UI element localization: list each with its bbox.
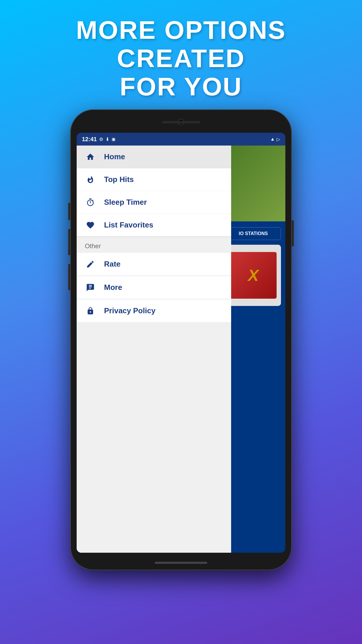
wifi-icon: ▲ bbox=[270, 136, 275, 142]
power-button bbox=[292, 220, 294, 246]
menu-item-list-favorites[interactable]: List Favorites bbox=[77, 214, 231, 237]
heart-icon bbox=[85, 220, 96, 231]
menu-item-privacy-policy[interactable]: Privacy Policy bbox=[77, 300, 231, 322]
time-display: 12:41 bbox=[82, 136, 97, 143]
sleep-timer-label: Sleep Timer bbox=[104, 198, 147, 207]
menu-item-more[interactable]: More bbox=[77, 276, 231, 299]
rate-label: Rate bbox=[104, 260, 120, 269]
menu-item-home[interactable]: Home bbox=[77, 146, 231, 168]
status-bar: 12:41 ⚙ ⬇ ▣ ▲ ▷ bbox=[77, 133, 285, 146]
menu-item-top-hits[interactable]: Top Hits bbox=[77, 168, 231, 191]
other-section: Other Rate bbox=[77, 237, 231, 553]
list-favorites-label: List Favorites bbox=[104, 220, 153, 230]
mute-button bbox=[68, 264, 70, 290]
other-section-header: Other bbox=[77, 237, 231, 253]
privacy-policy-label: Privacy Policy bbox=[104, 306, 155, 315]
speaker-grill bbox=[162, 121, 200, 123]
home-indicator bbox=[155, 562, 207, 564]
flame-icon bbox=[85, 174, 96, 185]
navigation-drawer: Home Top Hits bbox=[77, 146, 231, 553]
menu-item-rate[interactable]: Rate bbox=[77, 253, 231, 276]
vol-up-button bbox=[68, 203, 70, 220]
radio-stations-button[interactable]: IO STATIONS bbox=[226, 227, 281, 240]
vol-down-button bbox=[68, 229, 70, 255]
station-card: X bbox=[226, 245, 281, 306]
page-title: MORE OPTIONS CREATED FOR YOU bbox=[0, 0, 362, 109]
settings-icon: ⚙ bbox=[99, 136, 103, 142]
rate-icon bbox=[85, 259, 96, 270]
top-hits-label: Top Hits bbox=[104, 175, 134, 184]
more-label: More bbox=[104, 283, 122, 292]
download-icon: ⬇ bbox=[106, 136, 109, 142]
signal-icon: ▷ bbox=[277, 136, 280, 142]
sim-icon: ▣ bbox=[112, 137, 115, 141]
menu-items-list: Home Top Hits bbox=[77, 146, 231, 237]
lock-icon bbox=[85, 305, 96, 316]
timer-icon bbox=[85, 197, 96, 208]
menu-item-sleep-timer[interactable]: Sleep Timer bbox=[77, 191, 231, 214]
home-icon bbox=[85, 151, 96, 162]
more-icon bbox=[85, 282, 96, 293]
phone-device: 12:41 ⚙ ⬇ ▣ ▲ ▷ bbox=[70, 109, 292, 570]
home-label: Home bbox=[104, 152, 125, 161]
phone-screen: 12:41 ⚙ ⬇ ▣ ▲ ▷ bbox=[77, 133, 285, 553]
